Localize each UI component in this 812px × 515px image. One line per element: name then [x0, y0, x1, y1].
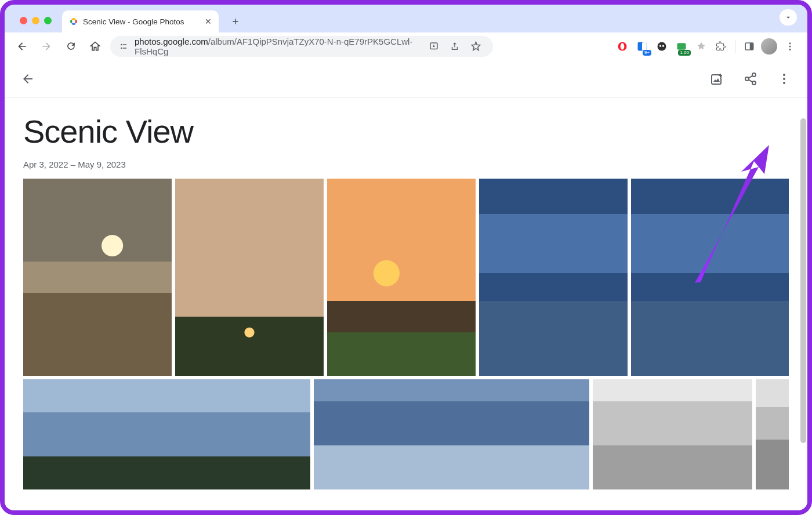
new-tab-button[interactable]	[227, 13, 244, 30]
photo-grid	[5, 179, 807, 489]
nav-home-button[interactable]	[86, 37, 104, 56]
album-back-button[interactable]	[16, 67, 39, 90]
svg-point-16	[789, 45, 791, 47]
share-album-button[interactable]	[739, 67, 762, 90]
svg-rect-12	[677, 43, 686, 50]
svg-point-9	[658, 42, 666, 50]
svg-point-21	[752, 81, 756, 85]
toolbar-right: 9+ 1.00	[614, 37, 799, 56]
profile-avatar[interactable]	[761, 38, 777, 55]
window-minimize-button[interactable]	[32, 17, 39, 24]
svg-point-22	[783, 74, 785, 76]
svg-point-20	[745, 77, 749, 81]
photo-row	[23, 179, 789, 376]
photo-thumbnail[interactable]	[314, 379, 589, 489]
svg-rect-14	[750, 43, 753, 50]
svg-point-24	[783, 82, 785, 84]
album-more-options-button[interactable]	[773, 67, 796, 90]
photo-thumbnail[interactable]	[23, 179, 172, 376]
svg-point-6	[621, 43, 625, 50]
photo-thumbnail[interactable]	[327, 179, 476, 376]
extension-blue-icon[interactable]: 9+	[634, 38, 650, 55]
browser-tab-active[interactable]: Scenic View - Google Photos ✕	[62, 10, 219, 32]
tab-search-button[interactable]	[780, 9, 797, 26]
extension-face-icon[interactable]	[654, 38, 670, 55]
vertical-scrollbar[interactable]	[800, 118, 806, 443]
nav-reload-button[interactable]	[61, 37, 80, 56]
album-date-range: Apr 3, 2022 – May 9, 2023	[23, 159, 789, 169]
install-app-icon[interactable]	[425, 37, 443, 56]
bookmark-star-icon[interactable]	[466, 37, 485, 56]
svg-point-0	[121, 43, 122, 45]
extension-opera-icon[interactable]	[614, 38, 630, 55]
svg-rect-18	[712, 75, 721, 84]
svg-point-1	[121, 47, 122, 48]
url-text: photos.google.com/album/AF1QipPSnvjaTZyX…	[135, 37, 419, 56]
google-photos-favicon-icon	[69, 17, 78, 26]
extension-green-icon[interactable]: 1.00	[673, 38, 690, 55]
photo-thumbnail[interactable]	[593, 379, 752, 489]
toolbar-divider	[735, 40, 735, 53]
side-panel-icon[interactable]	[741, 38, 757, 55]
tab-title: Scenic View - Google Photos	[83, 17, 184, 26]
screenshot-frame: Scenic View - Google Photos ✕ p	[0, 0, 812, 515]
browser-tab-strip: Scenic View - Google Photos ✕	[5, 5, 807, 32]
svg-point-17	[789, 48, 791, 50]
add-photos-button[interactable]	[705, 67, 728, 90]
window-close-button[interactable]	[20, 17, 27, 24]
svg-point-11	[662, 45, 664, 46]
svg-rect-8	[642, 42, 647, 50]
nav-back-button[interactable]	[13, 37, 31, 56]
extension-badge: 9+	[643, 50, 651, 56]
photo-thumbnail[interactable]	[631, 179, 789, 376]
svg-point-10	[659, 45, 661, 46]
extension-badge: 1.00	[678, 50, 691, 56]
svg-rect-3	[123, 48, 127, 49]
window-controls	[20, 17, 52, 24]
tab-close-button[interactable]: ✕	[205, 17, 212, 26]
browser-menu-button[interactable]	[781, 37, 799, 56]
photo-thumbnail[interactable]	[175, 179, 324, 376]
page-content: Scenic View Apr 3, 2022 – May 9, 2023	[5, 60, 807, 510]
share-page-icon[interactable]	[445, 37, 464, 56]
photo-row	[23, 379, 789, 489]
album-header: Scenic View Apr 3, 2022 – May 9, 2023	[5, 97, 807, 179]
photo-thumbnail[interactable]	[479, 179, 628, 376]
svg-point-15	[789, 42, 791, 44]
url-host: photos.google.com	[135, 37, 208, 46]
photo-thumbnail[interactable]	[756, 379, 789, 489]
address-bar[interactable]: photos.google.com/album/AF1QipPSnvjaTZyX…	[110, 36, 493, 57]
album-toolbar	[5, 60, 807, 97]
extension-grey-icon[interactable]	[693, 38, 709, 55]
nav-forward-button[interactable]	[37, 37, 56, 56]
svg-rect-2	[123, 44, 127, 45]
photo-thumbnail[interactable]	[23, 379, 310, 489]
album-title[interactable]: Scenic View	[23, 113, 789, 150]
svg-point-19	[752, 73, 756, 77]
browser-toolbar: photos.google.com/album/AF1QipPSnvjaTZyX…	[5, 32, 807, 60]
site-info-icon[interactable]	[118, 41, 129, 52]
extensions-puzzle-icon[interactable]	[713, 38, 729, 55]
svg-point-23	[783, 78, 785, 80]
window-zoom-button[interactable]	[44, 17, 52, 24]
